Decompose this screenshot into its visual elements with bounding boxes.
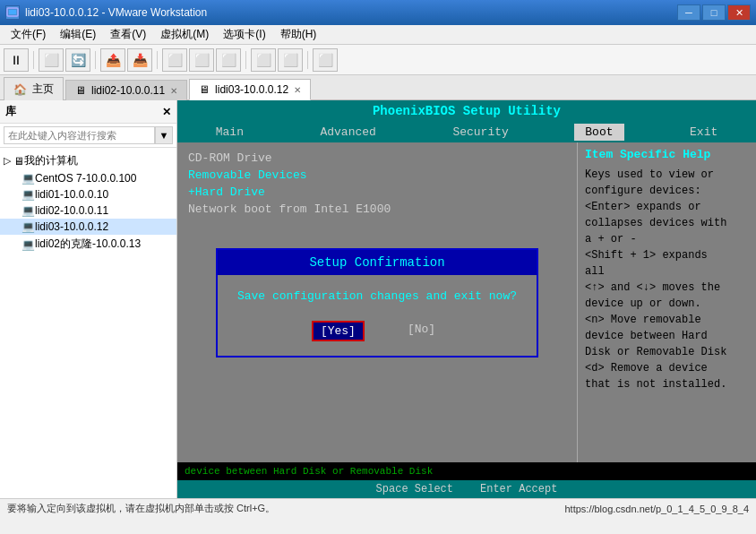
tree-label-centos: CentOS 7-10.0.0.100 [35, 172, 136, 185]
toolbar-sep-3 [157, 51, 158, 69]
tab-home[interactable]: 🏠 主页 [4, 77, 64, 100]
window-controls: ─ □ ✕ [677, 4, 751, 21]
tree-item-lidi01[interactable]: 💻 lidi01-10.0.0.10 [0, 186, 176, 202]
modal-overlay: Setup Confirmation Save configuration ch… [177, 142, 577, 462]
menu-help[interactable]: 帮助(H) [273, 25, 324, 44]
close-button[interactable]: ✕ [727, 4, 751, 21]
tree-item-lidi02[interactable]: 💻 lidi02-10.0.0.11 [0, 202, 176, 219]
tab-bar: 🏠 主页 🖥 lidi02-10.0.0.11 ✕ 🖥 lidi03-10.0.… [0, 75, 756, 100]
toolbar-btn-2[interactable]: ⬜ [39, 48, 64, 72]
toolbar-btn-4[interactable]: 📤 [100, 48, 125, 72]
tab-vm1-close[interactable]: ✕ [170, 86, 177, 96]
bios-statusbar: Space Select Enter Accept [177, 480, 756, 498]
menu-bar: 文件(F) 编辑(E) 查看(V) 虚拟机(M) 选项卡(I) 帮助(H) [0, 25, 756, 45]
toolbar-btn-8[interactable]: ⬜ [216, 48, 241, 72]
sidebar-tree: ▷ 🖥 我的计算机 💻 CentOS 7-10.0.0.100 💻 lidi01… [0, 148, 176, 498]
toolbar-btn-6[interactable]: ⬜ [162, 48, 187, 72]
bios-nav-exit[interactable]: Exit [679, 124, 728, 141]
bios-nav: Main Advanced Security Boot Exit [177, 122, 756, 142]
status-left: 要将输入定向到该虚拟机，请在虚拟机内部单击或按 Ctrl+G。 [7, 502, 275, 515]
sidebar-title: 库 [5, 104, 16, 119]
vm-icon-lidi02: 💻 [21, 204, 35, 217]
vm-icon-lidi02ke: 💻 [21, 238, 35, 251]
sidebar: 库 ✕ ▼ ▷ 🖥 我的计算机 💻 CentOS 7-10.0.0.100 [0, 100, 177, 498]
tree-label-lidi02ke: lidi02的克隆-10.0.0.13 [35, 237, 141, 252]
minimize-button[interactable]: ─ [677, 4, 700, 21]
sidebar-close-icon[interactable]: ✕ [162, 106, 171, 118]
tab-home-icon: 🏠 [13, 83, 27, 96]
tab-vm1-icon: 🖥 [75, 84, 86, 97]
sidebar-search-bar: ▼ [0, 124, 176, 148]
modal-yes-button[interactable]: [Yes] [312, 321, 365, 341]
toolbar-sep-5 [307, 51, 308, 69]
vm-icon-lidi03: 💻 [21, 220, 35, 233]
window-title: lidi03-10.0.0.12 - VMware Workstation [25, 6, 677, 19]
toolbar: ⏸ ⬜ 🔄 📤 📥 ⬜ ⬜ ⬜ ⬜ ⬜ ⬜ [0, 45, 756, 75]
search-dropdown-btn[interactable]: ▼ [155, 126, 173, 144]
modal-buttons: [Yes] [No] [232, 321, 522, 341]
tree-item-my-pc[interactable]: ▷ 🖥 我的计算机 [0, 151, 176, 170]
toolbar-btn-9[interactable]: ⬜ [251, 48, 276, 72]
tree-item-lidi03[interactable]: 💻 lidi03-10.0.0.12 [0, 219, 176, 235]
search-input[interactable] [4, 126, 155, 144]
tab-vm1-label: lidi02-10.0.0.11 [91, 84, 165, 97]
tree-label-lidi03: lidi03-10.0.0.12 [35, 220, 108, 233]
app-icon [5, 5, 20, 20]
bios-nav-boot[interactable]: Boot [574, 124, 623, 141]
status-bar: 要将输入定向到该虚拟机，请在虚拟机内部单击或按 Ctrl+G。 https://… [0, 498, 756, 518]
bios-title: PhoenixBIOS Setup Utility [177, 100, 756, 122]
maximize-button[interactable]: □ [702, 4, 726, 21]
modal-question: Save configuration changes and exit now? [232, 289, 522, 303]
toolbar-btn-10[interactable]: ⬜ [278, 48, 303, 72]
bios-area[interactable]: PhoenixBIOS Setup Utility Main Advanced … [177, 100, 756, 498]
bios-help-panel: Item Specific Help Keys used to view or … [577, 142, 756, 462]
tab-home-label: 主页 [32, 82, 54, 97]
tab-vm2-close[interactable]: ✕ [294, 85, 301, 95]
bios-status-space: Space Select [376, 483, 453, 495]
modal-body: Save configuration changes and exit now?… [218, 275, 537, 356]
menu-view[interactable]: 查看(V) [103, 25, 153, 44]
status-right: https://blog.csdn.net/p_0_1_4_5_0_9_8_4 [564, 504, 749, 514]
toolbar-btn-3[interactable]: 🔄 [65, 48, 90, 72]
modal-title: Setup Confirmation [218, 250, 537, 275]
sidebar-header: 库 ✕ [0, 100, 176, 124]
menu-file[interactable]: 文件(F) [4, 25, 53, 44]
toolbar-btn-7[interactable]: ⬜ [189, 48, 214, 72]
black-bar-text: device between Hard Disk or Removable Di… [185, 466, 433, 477]
bios-nav-security[interactable]: Security [442, 124, 519, 141]
window-body: 文件(F) 编辑(E) 查看(V) 虚拟机(M) 选项卡(I) 帮助(H) ⏸ … [0, 25, 756, 534]
toolbar-sep-1 [33, 51, 34, 69]
toolbar-btn-11[interactable]: ⬜ [313, 48, 338, 72]
vm-icon-lidi01: 💻 [21, 188, 35, 201]
bios-main[interactable]: CD-ROM Drive Removable Devices +Hard Dri… [177, 142, 577, 462]
toolbar-btn-1[interactable]: ⏸ [4, 48, 29, 72]
title-bar: lidi03-10.0.0.12 - VMware Workstation ─ … [0, 0, 756, 25]
bios-help-title: Item Specific Help [585, 148, 749, 161]
bios-black-bar: device between Hard Disk or Removable Di… [177, 462, 756, 480]
tree-item-centos[interactable]: 💻 CentOS 7-10.0.0.100 [0, 170, 176, 186]
bios-nav-main[interactable]: Main [205, 124, 254, 141]
toolbar-btn-5[interactable]: 📥 [127, 48, 152, 72]
tree-label-my-pc: 我的计算机 [24, 153, 78, 168]
menu-tab[interactable]: 选项卡(I) [216, 25, 272, 44]
bios-content: CD-ROM Drive Removable Devices +Hard Dri… [177, 142, 756, 462]
expand-icon: ▷ [4, 155, 11, 167]
bios-nav-advanced[interactable]: Advanced [309, 124, 386, 141]
tab-vm2[interactable]: 🖥 lidi03-10.0.0.12 ✕ [189, 79, 311, 100]
menu-edit[interactable]: 编辑(E) [53, 25, 103, 44]
main-layout: 库 ✕ ▼ ▷ 🖥 我的计算机 💻 CentOS 7-10.0.0.100 [0, 100, 756, 498]
tab-vm1[interactable]: 🖥 lidi02-10.0.0.11 ✕ [65, 80, 187, 100]
tree-label-lidi02: lidi02-10.0.0.11 [35, 204, 108, 217]
pc-icon: 🖥 [13, 155, 24, 168]
toolbar-sep-4 [245, 51, 246, 69]
svg-rect-1 [9, 10, 16, 14]
toolbar-sep-2 [95, 51, 96, 69]
tree-item-lidi02ke[interactable]: 💻 lidi02的克隆-10.0.0.13 [0, 235, 176, 254]
menu-vm[interactable]: 虚拟机(M) [153, 25, 216, 44]
bios-status-enter: Enter Accept [480, 483, 557, 495]
setup-confirmation-dialog: Setup Confirmation Save configuration ch… [216, 248, 538, 357]
modal-no-button[interactable]: [No] [400, 321, 442, 341]
vm-icon-centos: 💻 [21, 172, 35, 185]
bios-help-text: Keys used to view or configure devices: … [585, 167, 749, 392]
tab-vm2-icon: 🖥 [199, 83, 210, 96]
